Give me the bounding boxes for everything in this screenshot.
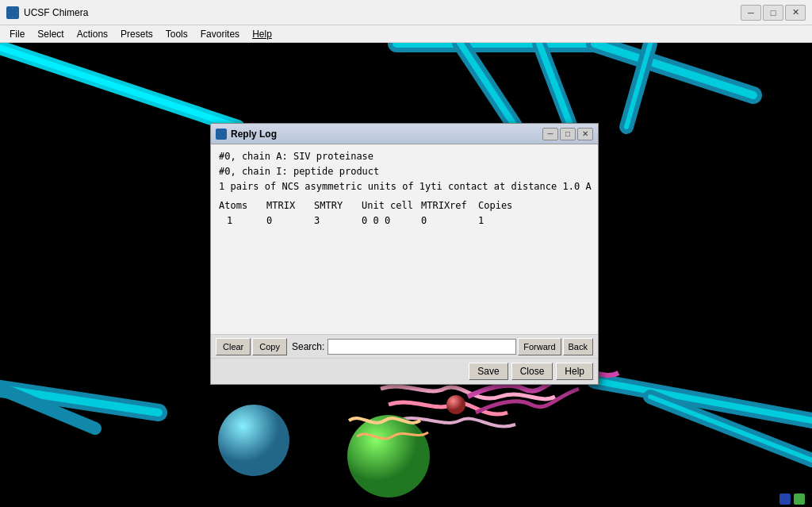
menu-file[interactable]: File	[3, 27, 31, 41]
dialog-icon	[216, 129, 227, 140]
window-titlebar: UCSF Chimera ─ □ ✕	[0, 0, 812, 25]
app-icon	[6, 6, 19, 19]
dialog-title-text: Reply Log	[231, 129, 541, 140]
dialog-titlebar: Reply Log ─ □ ✕	[211, 124, 598, 144]
close-button[interactable]: Close	[511, 363, 553, 380]
search-input[interactable]	[327, 339, 516, 355]
cell-mtrix: 0	[266, 213, 314, 229]
menu-favorites[interactable]: Favorites	[194, 27, 246, 41]
dialog-bottom-buttons: Save Close Help	[211, 359, 598, 384]
menu-tools[interactable]: Tools	[159, 27, 194, 41]
col-mtrixref-header: MTRIXref	[421, 198, 478, 213]
status-icon-2	[794, 494, 805, 505]
minimize-button[interactable]: ─	[741, 5, 761, 21]
status-bar	[772, 491, 812, 507]
copy-button[interactable]: Copy	[252, 338, 287, 355]
dialog-minimize-button[interactable]: ─	[542, 128, 558, 140]
table-data-row: 1 0 3 0 0 0 0 1	[219, 213, 590, 229]
cell-mtrixref: 0	[421, 213, 478, 229]
menu-help[interactable]: Help	[246, 27, 278, 41]
cell-smtry: 3	[314, 213, 362, 229]
svg-point-22	[446, 395, 465, 414]
menu-presets[interactable]: Presets	[114, 27, 159, 41]
dialog-toolbar: Clear Copy Search: Forward Back	[211, 335, 598, 359]
close-window-button[interactable]: ✕	[785, 5, 806, 21]
forward-button[interactable]: Forward	[518, 338, 561, 355]
log-line-2: #0, chain I: peptide product	[219, 164, 590, 179]
back-button[interactable]: Back	[563, 338, 593, 355]
col-copies-header: Copies	[478, 198, 526, 213]
log-line-1: #0, chain A: SIV proteinase	[219, 149, 590, 164]
col-smtry-header: SMTRY	[314, 198, 362, 213]
col-atoms-header: Atoms	[219, 198, 266, 213]
menu-actions[interactable]: Actions	[71, 27, 114, 41]
table-header-row: Atoms MTRIX SMTRY Unit cell MTRIXref Cop…	[219, 198, 590, 213]
menu-select[interactable]: Select	[31, 27, 70, 41]
dialog-maximize-button[interactable]: □	[560, 128, 576, 140]
svg-point-21	[218, 405, 289, 476]
col-mtrix-header: MTRIX	[266, 198, 314, 213]
clear-button[interactable]: Clear	[216, 338, 251, 355]
log-line-3: 1 pairs of NCS asymmetric units of 1yti …	[219, 179, 590, 194]
cell-atoms: 1	[227, 213, 266, 229]
cell-copies: 1	[478, 213, 526, 229]
cell-unitcell: 0 0 0	[362, 213, 421, 229]
data-table: Atoms MTRIX SMTRY Unit cell MTRIXref Cop…	[219, 198, 590, 229]
maximize-button[interactable]: □	[763, 5, 783, 21]
window-title: UCSF Chimera	[24, 7, 741, 18]
log-content-area[interactable]: #0, chain A: SIV proteinase #0, chain I:…	[211, 144, 598, 335]
search-label: Search:	[292, 341, 324, 352]
reply-log-dialog: Reply Log ─ □ ✕ #0, chain A: SIV protein…	[210, 123, 599, 385]
svg-point-20	[347, 415, 430, 497]
menubar: File Select Actions Presets Tools Favori…	[0, 25, 812, 43]
help-button[interactable]: Help	[556, 363, 593, 380]
dialog-close-button[interactable]: ✕	[577, 128, 593, 140]
col-unitcell-header: Unit cell	[362, 198, 421, 213]
status-icon-1	[779, 494, 791, 505]
save-button[interactable]: Save	[469, 363, 508, 380]
